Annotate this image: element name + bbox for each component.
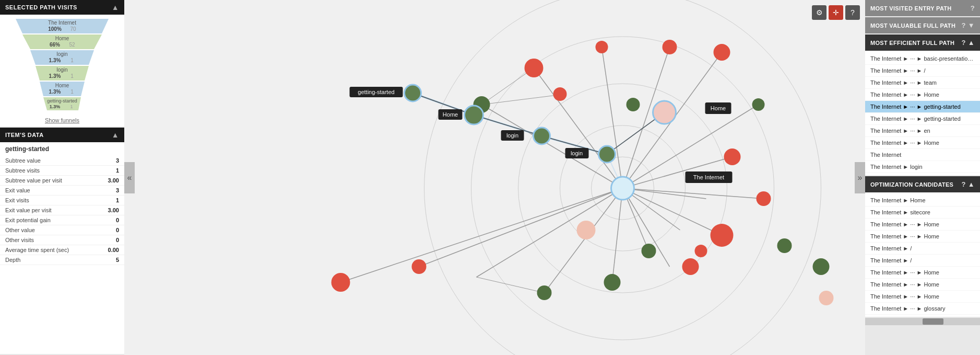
svg-point-94: [465, 106, 483, 124]
help-icon-4[interactable]: ?: [962, 180, 966, 188]
most-valuable-full-path-title: MOST VALUABLE FULL PATH: [870, 22, 955, 29]
table-row: Depth5: [0, 255, 124, 265]
chevron-down-icon-2[interactable]: ▼: [968, 21, 975, 29]
help-circle-icon[interactable]: ?: [971, 4, 975, 12]
svg-text:login: login: [56, 67, 67, 73]
list-item[interactable]: The Internet ► sitecore: [865, 207, 980, 219]
items-data-section: ITEM'S DATA ▲ getting-started Subtree va…: [0, 128, 124, 354]
svg-text:Home: Home: [55, 83, 69, 88]
svg-point-66: [711, 224, 734, 247]
svg-point-73: [642, 244, 656, 258]
list-item[interactable]: The Internet ► ··· ► Home: [865, 279, 980, 291]
svg-line-44: [477, 188, 623, 277]
table-row: Other value0: [0, 225, 124, 235]
list-item[interactable]: The Internet ► ··· ► glossary: [865, 303, 980, 315]
selected-path-visits-chevron[interactable]: ▲: [112, 3, 119, 12]
table-row: Exit value per visit3.00: [0, 205, 124, 215]
svg-point-67: [695, 245, 707, 257]
list-item[interactable]: The Internet ► /: [865, 255, 980, 267]
list-item[interactable]: The Internet ► ··· ► team: [865, 77, 980, 89]
selected-path-visits-title: SELECTED PATH VISITS: [5, 4, 77, 10]
list-item[interactable]: The Internet: [865, 149, 980, 161]
nav-arrow-right[interactable]: »: [855, 162, 865, 193]
data-rows-container: Subtree value3Subtree visits1Subtree val…: [0, 156, 124, 265]
optimization-candidates-header: OPTIMIZATION CANDIDATES ? ▲: [865, 176, 980, 192]
list-item[interactable]: The Internet ► login: [865, 161, 980, 173]
scroll-thumb[interactable]: [923, 318, 943, 325]
svg-point-65: [757, 191, 771, 206]
list-item[interactable]: The Internet ► Home: [865, 194, 980, 207]
show-funnels-link[interactable]: Show funnels: [0, 114, 124, 127]
table-row: Other visits0: [0, 235, 124, 245]
table-row: Exit potential gain0: [0, 215, 124, 225]
svg-text:1.3%: 1.3%: [49, 73, 61, 79]
list-item[interactable]: The Internet ► /: [865, 243, 980, 255]
svg-point-69: [412, 259, 427, 274]
svg-line-32: [534, 68, 623, 188]
table-row: Average time spent (sec)0.00: [0, 245, 124, 255]
gear-button[interactable]: ⚙: [812, 5, 826, 20]
list-item[interactable]: The Internet ► ··· ► Home: [865, 219, 980, 231]
item-name: getting-started: [0, 142, 124, 156]
right-panel: MOST VISITED ENTRY PATH ? MOST VALUABLE …: [865, 0, 980, 355]
most-efficient-header-icons: ? ▲: [962, 39, 975, 47]
funnel-container: The Internet 100% 70 Home 66% 52 login 1…: [0, 15, 124, 114]
optimization-path-list: The Internet ► HomeThe Internet ► siteco…: [865, 192, 980, 317]
scroll-bar[interactable]: [865, 318, 980, 325]
svg-point-63: [596, 41, 608, 53]
funnel-svg: The Internet 100% 70 Home 66% 52 login 1…: [5, 19, 119, 110]
svg-line-31: [602, 47, 623, 188]
svg-point-79: [627, 98, 640, 111]
table-row: Subtree value per visit3.00: [0, 176, 124, 186]
list-item[interactable]: The Internet ► ··· ► Home: [865, 291, 980, 303]
list-item[interactable]: The Internet ► ··· ► basic-presentation-…: [865, 53, 980, 65]
nav-arrow-left[interactable]: «: [124, 162, 135, 193]
svg-text:Home: Home: [711, 105, 726, 111]
svg-point-88: [599, 146, 616, 163]
svg-text:1: 1: [70, 89, 74, 95]
list-item[interactable]: The Internet ► ··· ► Home: [865, 137, 980, 149]
svg-point-75: [537, 285, 552, 300]
list-item[interactable]: The Internet ► ··· ► Home: [865, 231, 980, 243]
svg-point-74: [604, 274, 621, 291]
optimization-header-icons: ? ▲: [962, 180, 975, 188]
svg-text:login: login: [571, 150, 583, 156]
list-item[interactable]: The Internet ► ··· ► /: [865, 65, 980, 77]
svg-point-59: [714, 44, 730, 61]
list-item[interactable]: The Internet ► ··· ► Home: [865, 267, 980, 279]
table-row: Subtree value3: [0, 156, 124, 166]
help-icon-3[interactable]: ?: [962, 39, 966, 47]
svg-text:1: 1: [70, 73, 74, 79]
canvas-toolbar: ⚙ ✛ ?: [812, 5, 860, 20]
svg-point-97: [405, 85, 421, 101]
left-panel: SELECTED PATH VISITS ▲ The Internet 100%…: [0, 0, 124, 355]
svg-text:getting-started: getting-started: [47, 98, 77, 104]
items-data-chevron[interactable]: ▲: [112, 131, 119, 139]
selected-path-visits-section: SELECTED PATH VISITS ▲ The Internet 100%…: [0, 0, 124, 127]
help-icon-2[interactable]: ?: [962, 21, 966, 29]
list-item[interactable]: The Internet ► ··· ► getting-started: [865, 113, 980, 125]
svg-point-81: [819, 291, 834, 305]
svg-point-62: [553, 87, 567, 101]
svg-line-40: [623, 188, 722, 235]
svg-text:The Internet: The Internet: [693, 174, 724, 180]
svg-point-82: [611, 177, 634, 200]
svg-point-70: [332, 273, 350, 292]
target-button[interactable]: ✛: [829, 5, 843, 20]
most-valuable-header-icons: ? ▼: [962, 21, 975, 29]
list-item[interactable]: The Internet ► ··· ► Home: [865, 89, 980, 101]
svg-point-68: [682, 258, 699, 275]
svg-line-33: [482, 105, 623, 188]
list-item[interactable]: The Internet ► ··· ► en: [865, 125, 980, 137]
chevron-up-icon[interactable]: ▲: [968, 39, 975, 47]
svg-point-91: [534, 128, 550, 144]
svg-text:1.3%: 1.3%: [49, 58, 61, 63]
svg-line-42: [612, 188, 623, 282]
most-efficient-full-path-header: MOST EFFICIENT FULL PATH ? ▲: [865, 35, 980, 51]
list-item[interactable]: The Internet ► ··· ► getting-started: [865, 101, 980, 113]
svg-text:login: login: [506, 132, 518, 139]
help-button[interactable]: ?: [845, 5, 860, 20]
most-efficient-full-path-section: MOST EFFICIENT FULL PATH ? ▲ The Interne…: [865, 35, 980, 175]
chevron-up-icon-2[interactable]: ▲: [968, 180, 975, 188]
table-row: Exit visits1: [0, 196, 124, 205]
